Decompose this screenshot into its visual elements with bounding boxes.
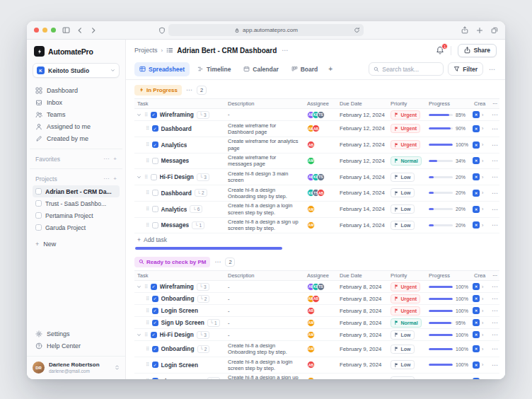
task-checkbox[interactable]: ✓ — [151, 284, 157, 290]
task-checkbox[interactable]: ✓ — [151, 174, 157, 180]
row-menu-icon[interactable]: ⋯ — [490, 345, 499, 352]
chevron-right-icon[interactable]: › — [482, 158, 483, 163]
task-checkbox[interactable]: ✓ — [152, 141, 158, 148]
horizontal-scrollbar[interactable] — [135, 247, 282, 250]
column-header-priority[interactable]: Priority — [388, 100, 426, 107]
column-header-assignee[interactable]: Assignee — [304, 272, 337, 279]
priority-badge[interactable]: Low — [391, 330, 415, 340]
row-menu-icon[interactable]: ⋯ — [490, 141, 499, 149]
sidebar-item-teams[interactable]: Teams — [33, 108, 120, 120]
group-status-badge[interactable]: In Progress — [134, 85, 182, 96]
column-header-due-date[interactable]: Due Date — [337, 100, 388, 107]
priority-badge[interactable]: Low — [391, 188, 415, 197]
sidebar-item-assigned-to-me[interactable]: Assigned to me — [33, 120, 120, 132]
favorites-more-icon[interactable]: ⋯ — [103, 156, 109, 162]
project-item-trust[interactable]: Trust - SaaS Dashbo... — [33, 197, 120, 209]
column-header-due-date[interactable]: Due Date — [337, 272, 388, 279]
table-row[interactable]: ⠿ ✓ Hi-Fi Design └ 3 - AM February 9, 20… — [134, 329, 499, 341]
table-row[interactable]: ⠿ ✓ Login Screen - AB February 8, 2024 U… — [134, 305, 499, 317]
drag-handle-icon[interactable]: ⠿ — [146, 346, 149, 352]
group-more-icon[interactable]: ⋯ — [186, 86, 192, 93]
notifications-button[interactable]: 1 — [436, 46, 444, 54]
breadcrumb-root[interactable]: Projects — [134, 47, 158, 54]
row-menu-icon[interactable]: ⋯ — [490, 295, 499, 302]
zoom-window-button[interactable] — [51, 28, 56, 33]
row-menu-icon[interactable]: ⋯ — [490, 206, 499, 213]
table-row[interactable]: ⠿ ✓ Wireframing └ 3 - ABKETS February 12… — [134, 109, 499, 121]
priority-badge[interactable]: Urgent — [391, 306, 420, 316]
table-row[interactable]: ⠿ ✓ Dashboard └ 2 Create hi-fi a design … — [134, 185, 499, 202]
task-checkbox[interactable]: ✓ — [152, 362, 158, 368]
task-checkbox[interactable]: ✓ — [151, 332, 157, 338]
project-item-garuda[interactable]: Garuda Project — [33, 221, 120, 233]
table-row[interactable]: ⠿ ✓ Hi-Fi Design └ 3 Create hi-fi design… — [134, 169, 499, 185]
tab-overview-icon[interactable] — [491, 27, 498, 34]
priority-badge[interactable]: Low — [391, 221, 415, 230]
column-header-task[interactable]: Task — [134, 272, 225, 279]
task-checkbox[interactable]: ✓ — [152, 346, 158, 352]
task-checkbox[interactable]: ✓ — [152, 158, 158, 164]
favorites-add-icon[interactable]: + — [113, 156, 117, 162]
chevron-right-icon[interactable]: › — [482, 320, 483, 325]
row-expand-chevron[interactable] — [137, 112, 141, 117]
drag-handle-icon[interactable]: ⠿ — [146, 222, 149, 229]
projects-more-icon[interactable]: ⋯ — [103, 175, 109, 182]
workspace-switcher[interactable]: K Keitoto Studio — [33, 63, 120, 78]
task-checkbox[interactable]: ✓ — [152, 320, 158, 326]
forward-icon[interactable] — [90, 27, 97, 34]
table-row[interactable]: ⠿ ✓ Wireframing └ 3 - ABKETS February 8,… — [134, 281, 499, 293]
chevron-right-icon[interactable]: › — [482, 332, 483, 337]
column-header-created[interactable]: Crea — [471, 272, 490, 279]
privacy-shield-icon[interactable] — [158, 27, 166, 34]
priority-badge[interactable]: Low — [391, 360, 415, 369]
row-menu-icon[interactable]: ⋯ — [490, 111, 499, 118]
table-row[interactable]: ⠿ ✓ Sign Up Screen └ 1 - AM February 8, … — [134, 317, 499, 329]
task-checkbox[interactable]: ✓ — [151, 112, 157, 118]
task-checkbox[interactable]: ✓ — [152, 125, 158, 132]
settings-button[interactable]: Settings — [33, 328, 120, 340]
priority-badge[interactable]: Low — [391, 204, 415, 214]
tab-calendar[interactable]: Calendar — [238, 62, 283, 76]
row-expand-chevron[interactable] — [137, 332, 141, 337]
row-expand-chevron[interactable] — [137, 175, 141, 180]
sidebar-item-dashboard[interactable]: Dashboard — [33, 84, 120, 96]
drag-handle-icon[interactable]: ⠿ — [144, 332, 148, 338]
projects-add-icon[interactable]: + — [113, 175, 117, 182]
column-header-priority[interactable]: Priority — [388, 272, 426, 279]
filter-button[interactable]: Filter — [448, 62, 483, 76]
group-more-icon[interactable]: ⋯ — [214, 258, 221, 265]
column-header-progress[interactable]: Progress — [426, 272, 471, 279]
add-task-button[interactable]: + Add task — [134, 233, 499, 244]
drag-handle-icon[interactable]: ⠿ — [144, 284, 148, 290]
title-more-icon[interactable]: ⋯ — [282, 47, 288, 54]
priority-badge[interactable]: Urgent — [391, 282, 420, 291]
row-menu-icon[interactable]: ⋯ — [490, 283, 499, 290]
priority-badge[interactable]: Low — [391, 345, 415, 354]
column-header-description[interactable]: Description — [225, 272, 304, 279]
column-header-menu-icon[interactable]: ⋯ — [490, 100, 499, 107]
search-input[interactable] — [382, 66, 437, 73]
tab-spreadsheet[interactable]: Spreadsheet — [134, 62, 190, 76]
chevron-right-icon[interactable]: › — [482, 308, 483, 313]
group-status-badge[interactable]: Ready to check by PM — [134, 257, 210, 267]
priority-badge[interactable]: Urgent — [391, 140, 420, 149]
project-item-pertamina[interactable]: Pertamina Project — [33, 209, 120, 221]
row-menu-icon[interactable]: ⋯ — [490, 362, 499, 369]
share-page-icon[interactable] — [461, 26, 468, 34]
priority-badge[interactable]: Low — [391, 173, 415, 182]
chevron-right-icon[interactable]: › — [482, 190, 483, 195]
close-window-button[interactable] — [34, 28, 39, 33]
row-menu-icon[interactable]: ⋯ — [490, 125, 499, 132]
row-menu-icon[interactable]: ⋯ — [490, 331, 499, 338]
new-button[interactable]: + New — [33, 238, 120, 250]
drag-handle-icon[interactable]: ⠿ — [146, 308, 149, 314]
refresh-icon[interactable] — [354, 27, 360, 33]
table-row[interactable]: ⠿ ✓ Onboarding └ 2 - AMAB February 8, 20… — [134, 293, 499, 305]
sidebar-item-inbox[interactable]: Inbox — [33, 96, 120, 108]
add-view-button[interactable]: + — [325, 65, 335, 73]
chevron-right-icon[interactable]: › — [482, 378, 483, 379]
chevron-right-icon[interactable]: › — [482, 175, 483, 180]
tab-timeline[interactable]: Timeline — [192, 62, 236, 76]
chevron-right-icon[interactable]: › — [482, 142, 483, 147]
row-menu-icon[interactable]: ⋯ — [490, 319, 499, 326]
